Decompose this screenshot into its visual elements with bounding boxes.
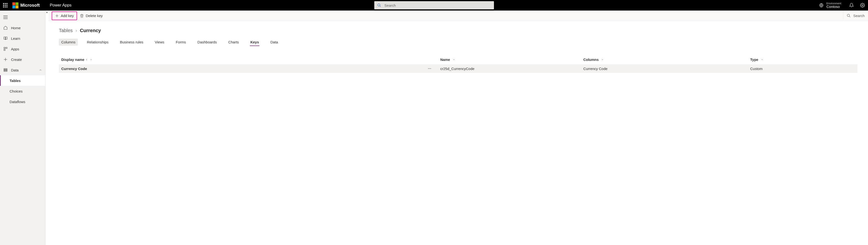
nav-choices-label: Choices: [9, 89, 23, 93]
nav-data-label: Data: [11, 68, 19, 72]
plus-icon: [3, 57, 8, 62]
environment-name: Contoso: [826, 5, 841, 9]
svg-point-18: [847, 14, 850, 17]
svg-marker-15: [46, 11, 48, 13]
trash-icon: [80, 14, 84, 18]
tab-columns[interactable]: Columns: [59, 38, 78, 46]
chevron-down-icon: [453, 58, 455, 61]
microsoft-text: Microsoft: [20, 3, 40, 8]
tab-keys[interactable]: Keys: [248, 38, 261, 47]
tab-business-rules[interactable]: Business rules: [118, 38, 146, 47]
app-name[interactable]: Power Apps: [50, 3, 71, 8]
home-icon: [3, 26, 8, 30]
svg-rect-12: [4, 69, 7, 69]
tab-data[interactable]: Data: [268, 38, 280, 47]
content-search[interactable]: Search: [843, 10, 868, 21]
delete-key-button[interactable]: Delete key: [77, 11, 105, 20]
row-name: cr25d_CurrencyCode: [440, 66, 584, 71]
nav-home-label: Home: [11, 26, 21, 30]
nav-learn[interactable]: Learn: [0, 33, 45, 44]
row-columns: Currency Code: [583, 66, 750, 71]
scrollbar-up-icon[interactable]: [45, 11, 48, 13]
bell-icon: [849, 3, 854, 8]
data-icon: [3, 68, 8, 72]
nav-apps[interactable]: Apps: [0, 44, 45, 54]
nav-dataflows-label: Dataflows: [9, 100, 25, 104]
add-key-button[interactable]: Add key: [52, 11, 77, 20]
table-header: Display name ↑ Name Columns Type: [59, 55, 858, 64]
col-columns-label: Columns: [583, 57, 598, 62]
add-key-label: Add key: [61, 13, 74, 18]
chevron-down-icon: [90, 58, 92, 61]
command-bar: Add key Delete key Search: [48, 10, 868, 21]
svg-rect-14: [4, 71, 7, 72]
nav-create[interactable]: Create: [0, 54, 45, 65]
breadcrumb-current: Currency: [80, 28, 101, 33]
table-row[interactable]: Currency Code ⋯ cr25d_CurrencyCode Curre…: [59, 64, 858, 73]
keys-table: Display name ↑ Name Columns Type: [48, 55, 868, 73]
col-name[interactable]: Name: [440, 57, 584, 62]
microsoft-logo: Microsoft: [12, 2, 40, 8]
row-display-name: Currency Code: [61, 66, 87, 71]
settings-button[interactable]: [857, 0, 868, 10]
nav-data[interactable]: Data: [0, 65, 45, 75]
search-icon: [847, 13, 851, 18]
col-type-label: Type: [750, 57, 758, 62]
chevron-right-icon: ›: [75, 28, 77, 33]
col-display-name-label: Display name: [61, 57, 85, 62]
search-icon: [377, 3, 381, 7]
sort-ascending-icon: ↑: [86, 58, 88, 61]
chevron-down-icon: [601, 58, 604, 61]
plus-icon: [55, 14, 59, 18]
microsoft-logo-icon: [12, 2, 19, 8]
col-name-label: Name: [440, 57, 450, 62]
apps-icon: [3, 47, 8, 51]
breadcrumb: Tables › Currency: [48, 21, 868, 33]
col-display-name[interactable]: Display name ↑: [59, 57, 440, 62]
tab-relationships[interactable]: Relationships: [85, 38, 111, 47]
notifications-button[interactable]: [846, 0, 857, 10]
svg-rect-13: [4, 70, 7, 71]
tab-dashboards[interactable]: Dashboards: [195, 38, 219, 47]
svg-point-3: [862, 5, 863, 6]
app-launcher-icon[interactable]: [0, 0, 10, 10]
nav-collapse-button[interactable]: [0, 12, 45, 23]
breadcrumb-parent[interactable]: Tables: [59, 28, 73, 33]
left-nav: Home Learn Apps Create Data Tables Choic…: [0, 10, 45, 245]
tab-charts[interactable]: Charts: [226, 38, 241, 47]
global-search-input[interactable]: [384, 3, 491, 7]
nav-dataflows[interactable]: Dataflows: [0, 97, 45, 107]
tab-views[interactable]: Views: [152, 38, 167, 47]
chevron-down-icon: [761, 58, 764, 61]
globe-icon: [819, 3, 824, 7]
hamburger-icon: [3, 16, 8, 19]
book-icon: [3, 36, 8, 40]
svg-line-19: [849, 16, 850, 17]
delete-key-label: Delete key: [86, 13, 103, 18]
svg-rect-8: [6, 47, 7, 48]
nav-apps-label: Apps: [11, 47, 19, 51]
nav-learn-label: Learn: [11, 36, 20, 40]
col-type[interactable]: Type: [750, 57, 858, 62]
nav-choices[interactable]: Choices: [0, 86, 45, 97]
global-search[interactable]: [374, 1, 494, 9]
svg-rect-7: [4, 47, 5, 48]
svg-point-0: [378, 4, 380, 6]
svg-line-1: [379, 6, 380, 7]
row-more-menu[interactable]: ⋯: [428, 66, 432, 71]
nav-tables-label: Tables: [9, 79, 21, 83]
col-columns[interactable]: Columns: [583, 57, 750, 62]
content-area: Add key Delete key Search Tables › Curre…: [48, 10, 868, 245]
svg-rect-9: [4, 49, 5, 51]
gear-icon: [860, 3, 865, 8]
chevron-up-icon: [39, 69, 42, 72]
row-type: Custom: [750, 66, 858, 71]
nav-create-label: Create: [11, 57, 22, 62]
content-search-label: Search: [853, 13, 865, 18]
tab-forms[interactable]: Forms: [174, 38, 189, 47]
tab-bar: Columns Relationships Business rules Vie…: [48, 33, 868, 47]
environment-picker[interactable]: Environment Contoso: [814, 2, 846, 9]
nav-home[interactable]: Home: [0, 23, 45, 33]
nav-tables[interactable]: Tables: [0, 75, 45, 86]
global-header: Microsoft Power Apps Environment Contoso: [0, 0, 868, 10]
